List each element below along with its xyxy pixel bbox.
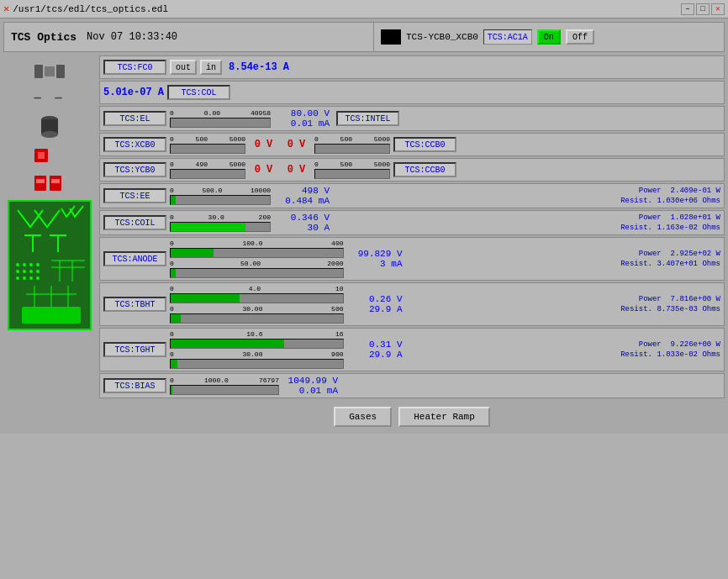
- ee-power-val: 2.409e-01 W: [671, 187, 720, 195]
- tbht-power-val: 7.816e+00 W: [671, 295, 720, 303]
- coil-power-resist: Power 1.028e+01 W Resist. 1.163e-02 Ohms: [586, 213, 720, 232]
- fc-value: 8.54e-13 A: [229, 61, 289, 73]
- ee-slider-fill: [171, 196, 176, 204]
- tbht-power-row: Power 7.816e+00 W: [586, 295, 720, 303]
- tght-slider1-track[interactable]: [170, 339, 344, 349]
- ccb0-channel-label-1: TCS:CCB0: [393, 137, 456, 152]
- svg-point-20: [36, 263, 40, 266]
- col-value: 5.01e-07 A: [103, 87, 164, 98]
- xcb0-slider1: 0 500 5000: [170, 135, 245, 154]
- ycb0-slider1-track[interactable]: [170, 169, 245, 179]
- on-button[interactable]: On: [537, 29, 561, 45]
- anode-value1: 99.829 V: [347, 249, 406, 259]
- xcb0-slider2-track[interactable]: [314, 144, 390, 154]
- el-slider-track[interactable]: [170, 118, 271, 128]
- ycb0-channel-label: TCS:YCB0: [103, 162, 166, 177]
- ee-slider-track[interactable]: [170, 195, 271, 205]
- svg-point-5: [41, 131, 58, 138]
- dual-rect-icon: [33, 174, 66, 192]
- anode-slider2-track[interactable]: [170, 268, 344, 278]
- coil-row: TCS:COIL 0 30.0 200 0.346 V 30 A: [99, 210, 725, 235]
- maximize-button[interactable]: □: [696, 3, 710, 15]
- ee-channel-label: TCS:EE: [103, 188, 166, 203]
- anode-row: TCS:ANODE 0 100.0 400: [99, 237, 725, 281]
- tght-slider2-labels: 0 30.00 900: [170, 350, 344, 358]
- tght-channel-label: TCS:TGHT: [103, 342, 166, 357]
- gate-icon: [33, 61, 66, 82]
- gate-icon-row: [3, 59, 96, 84]
- coil-value2: 30 A: [274, 223, 333, 233]
- device-label: TCS-YCB0_XCB0: [406, 32, 478, 42]
- svg-point-24: [36, 270, 40, 273]
- ycb0-slider2-track[interactable]: [314, 169, 390, 179]
- coil-slider-fill: [171, 223, 245, 231]
- fc-out-button[interactable]: out: [170, 60, 197, 75]
- svg-point-22: [23, 270, 26, 273]
- bias-value2: 0.01 mA: [282, 386, 341, 396]
- svg-point-19: [29, 263, 33, 266]
- anode-slider1: 0 100.0 400: [170, 239, 344, 258]
- off-button[interactable]: Off: [566, 29, 594, 45]
- xcb0-row: TCS:XCB0 0 500 5000 0 V 0 V 0: [99, 133, 725, 156]
- anode-slider1-labels: 0 100.0 400: [170, 239, 344, 247]
- close-button[interactable]: ✕: [711, 3, 725, 15]
- anode-slider2: 0 50.00 2000: [170, 260, 344, 278]
- tbht-sliders: 0 4.0 10 0 30.00 500: [170, 285, 344, 324]
- svg-rect-0: [34, 65, 43, 78]
- fc-row: TCS:FC0 out in 8.54e-13 A: [99, 55, 725, 79]
- bias-values: 1049.99 V 0.01 mA: [282, 376, 341, 396]
- el-slider-group: 0 0.00 40958: [170, 109, 271, 128]
- anode-sliders: 0 100.0 400 0 50.00 2000: [170, 239, 344, 278]
- xcb0-slider1-track[interactable]: [170, 144, 245, 154]
- bottom-buttons: Gases Heater Ramp: [99, 403, 725, 430]
- flag-icon: [33, 147, 66, 166]
- tght-slider2-track[interactable]: [170, 359, 344, 369]
- ycb0-row: TCS:YCB0 0 490 5000 0 V 0 V 0: [99, 158, 725, 182]
- el-value1: 80.00 V: [274, 108, 333, 118]
- heater-ramp-button[interactable]: Heater Ramp: [398, 407, 490, 427]
- coil-slider-track[interactable]: [170, 222, 271, 232]
- el-values: 80.00 V 0.01 mA: [274, 108, 333, 129]
- svg-point-21: [16, 270, 19, 273]
- ccb0-channel-label-2: TCS:CCB0: [393, 162, 456, 177]
- xcb0-value2: 0 V: [282, 139, 311, 150]
- tbht-slider1: 0 4.0 10: [170, 285, 344, 303]
- tght-slider1-labels: 0 10.6 16: [170, 330, 344, 338]
- timestamp: Nov 07 10:33:40: [87, 31, 177, 43]
- tbht-slider1-fill: [171, 294, 240, 303]
- bias-channel-label: TCS:BIAS: [103, 378, 166, 393]
- xcb0-slider1-labels: 0 500 5000: [170, 135, 245, 143]
- tght-values: 0.31 V 29.9 A: [347, 340, 406, 360]
- el-row: TCS:EL 0 0.00 40958 80.00 V 0.01 mA TCS:…: [99, 106, 725, 131]
- tbht-value1: 0.26 V: [347, 294, 406, 304]
- ee-value2: 0.484 mA: [274, 196, 333, 206]
- bias-slider-track[interactable]: [170, 385, 279, 395]
- tbht-slider2-track[interactable]: [170, 313, 344, 324]
- coil-values: 0.346 V 30 A: [274, 213, 333, 233]
- tbht-row: TCS:TBHT 0 4.0 10 0: [99, 282, 725, 326]
- tght-resist-row: Resist. 1.033e-02 Ohms: [586, 350, 720, 359]
- anode-slider1-track[interactable]: [170, 248, 344, 258]
- tbht-slider2-labels: 0 30.00 500: [170, 305, 344, 313]
- flag-icon-row: [3, 145, 96, 168]
- ycb0-slider2: 0 500 5000: [314, 161, 390, 179]
- fc-in-button[interactable]: in: [200, 60, 222, 75]
- ee-slider: 0 500.0 10000: [170, 187, 271, 205]
- svg-point-27: [29, 276, 33, 280]
- tbht-slider1-labels: 0 4.0 10: [170, 285, 344, 292]
- coil-slider: 0 30.0 200: [170, 213, 271, 232]
- anode-resist-row: Resist. 3.407e+01 Ohms: [586, 260, 720, 268]
- el-slider-labels: 0 0.00 40958: [170, 109, 271, 117]
- anode-channel-label: TCS:ANODE: [103, 251, 166, 266]
- content-area: — —: [3, 55, 725, 430]
- xcb0-channel-label: TCS:XCB0: [103, 137, 166, 152]
- svg-point-23: [29, 270, 33, 273]
- tbht-slider1-track[interactable]: [170, 293, 344, 303]
- el-value2: 0.01 mA: [274, 118, 333, 129]
- minimize-button[interactable]: −: [681, 3, 694, 15]
- top-bar: TCS Optics Nov 07 10:33:40 TCS-YCB0_XCB0…: [3, 22, 725, 52]
- ee-resist-val: 1.030e+06 Ohms: [657, 197, 720, 205]
- gases-button[interactable]: Gases: [334, 407, 392, 427]
- col-channel-label: TCS:COL: [167, 85, 230, 100]
- svg-point-26: [23, 276, 26, 280]
